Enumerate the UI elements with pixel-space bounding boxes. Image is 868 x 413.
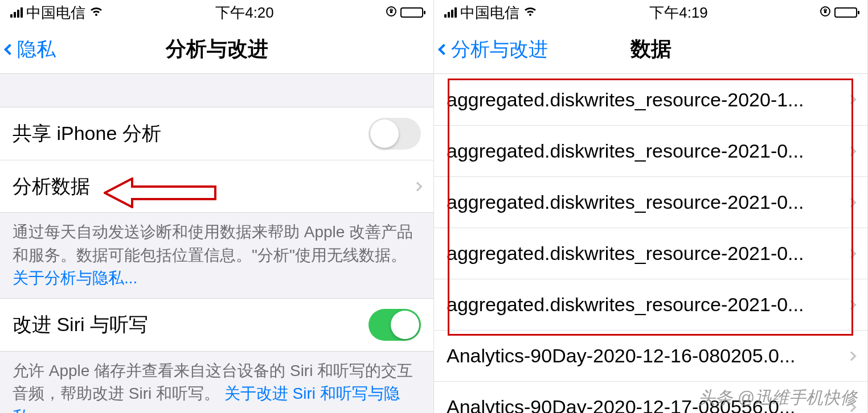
log-entry-label: aggregated.diskwrites_resource-2021-0... (447, 294, 842, 316)
cellular-signal-icon (444, 7, 457, 18)
back-label: 隐私 (17, 36, 56, 63)
share-analytics-toggle[interactable] (369, 118, 421, 150)
log-entry-label: aggregated.diskwrites_resource-2021-0... (447, 140, 842, 162)
chevron-left-icon (4, 44, 15, 55)
wifi-icon (523, 5, 538, 20)
analytics-data-row[interactable]: 分析数据 (0, 160, 433, 212)
list-item[interactable]: aggregated.diskwrites_resource-2021-0... (434, 279, 867, 330)
list-item[interactable]: Analytics-90Day-2020-12-17-080556.0... (434, 381, 867, 413)
chevron-right-icon (847, 351, 857, 361)
back-label: 分析与改进 (451, 36, 548, 63)
orientation-lock-icon (386, 6, 397, 20)
chevron-right-icon (847, 402, 857, 412)
page-title: 分析与改进 (166, 35, 268, 63)
back-button[interactable]: 分析与改进 (440, 36, 548, 63)
page-title: 数据 (630, 35, 672, 63)
list-item[interactable]: aggregated.diskwrites_resource-2020-1... (434, 74, 867, 125)
log-entry-label: aggregated.diskwrites_resource-2021-0... (447, 191, 842, 213)
chevron-left-icon (438, 44, 449, 55)
log-entry-label: aggregated.diskwrites_resource-2020-1... (447, 89, 842, 111)
carrier-label: 中国电信 (460, 3, 519, 23)
chevron-right-icon (847, 249, 857, 258)
orientation-lock-icon (820, 6, 831, 20)
status-bar: 中国电信 下午4:19 (434, 0, 867, 25)
row-label: 共享 iPhone 分析 (13, 121, 369, 147)
list-item[interactable]: aggregated.diskwrites_resource-2021-0... (434, 176, 867, 228)
carrier-label: 中国电信 (26, 3, 85, 23)
cellular-signal-icon (10, 7, 23, 18)
list-item[interactable]: aggregated.diskwrites_resource-2021-0... (434, 228, 867, 279)
battery-icon (400, 7, 423, 18)
chevron-right-icon (847, 300, 857, 309)
left-pane: 中国电信 下午4:20 隐私 分析与改进 共享 iPhone 分析 分析数据 (0, 0, 434, 413)
clock-label: 下午4:20 (215, 3, 274, 23)
chevron-right-icon (847, 146, 857, 156)
list-item[interactable]: aggregated.diskwrites_resource-2021-0... (434, 125, 867, 176)
chevron-right-icon (413, 181, 423, 191)
section-footer: 允许 Apple 储存并查看来自这台设备的 Siri 和听写的交互音频，帮助改进… (0, 352, 433, 413)
status-bar: 中国电信 下午4:20 (0, 0, 433, 25)
chevron-right-icon (847, 95, 857, 105)
battery-icon (834, 7, 857, 18)
section-footer: 通过每天自动发送诊断和使用数据来帮助 Apple 改善产品和服务。数据可能包括位… (0, 213, 433, 298)
improve-siri-row[interactable]: 改进 Siri 与听写 (0, 299, 433, 351)
wifi-icon (89, 5, 104, 20)
about-analytics-privacy-link[interactable]: 关于分析与隐私... (13, 269, 137, 287)
log-entry-label: aggregated.diskwrites_resource-2021-0... (447, 242, 842, 265)
row-label: 分析数据 (13, 174, 408, 200)
list-item[interactable]: Analytics-90Day-2020-12-16-080205.0... (434, 330, 867, 381)
footer-text: 通过每天自动发送诊断和使用数据来帮助 Apple 改善产品和服务。数据可能包括位… (13, 223, 413, 264)
right-pane: 中国电信 下午4:19 分析与改进 数据 aggregated.diskwrit… (434, 0, 868, 413)
improve-siri-toggle[interactable] (369, 309, 421, 341)
clock-label: 下午4:19 (649, 3, 708, 23)
nav-bar: 隐私 分析与改进 (0, 25, 433, 74)
share-iphone-analytics-row[interactable]: 共享 iPhone 分析 (0, 108, 433, 160)
log-entry-label: Analytics-90Day-2020-12-16-080205.0... (447, 345, 842, 367)
log-entry-label: Analytics-90Day-2020-12-17-080556.0... (447, 396, 842, 413)
row-label: 改进 Siri 与听写 (13, 312, 369, 338)
back-button[interactable]: 隐私 (6, 36, 56, 63)
chevron-right-icon (847, 197, 857, 207)
nav-bar: 分析与改进 数据 (434, 25, 867, 74)
